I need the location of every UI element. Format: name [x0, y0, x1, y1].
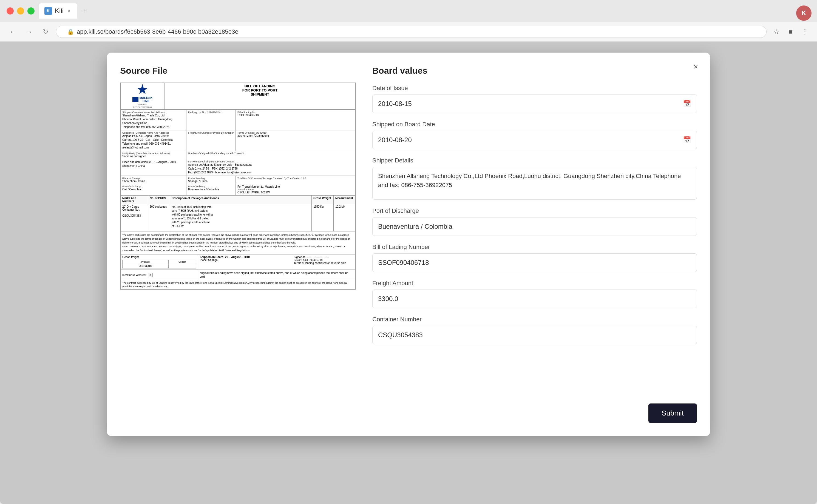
bol-signature: Signature: ……………………	[294, 256, 354, 259]
tab-close-button[interactable]: ×	[66, 8, 72, 14]
bol-consignee-value: Alejead Pc S.A.S - Apdo Postal 28059Carr…	[122, 134, 184, 150]
toolbar-actions: ☆ ■ K ⋮	[771, 26, 810, 37]
bol-freight-charges-label: Freight And Charges Payable By: Shipper	[188, 131, 234, 134]
document-preview: MAERSKLINE MAERSK RFC GHE092502H45 BILL …	[120, 82, 356, 290]
tab-title: Kili	[55, 7, 64, 15]
bol-place-receipt-label: Place of Receipt:	[122, 177, 184, 180]
browser-titlebar: K Kili × +	[0, 0, 817, 22]
reload-button[interactable]: ↻	[39, 26, 52, 38]
bol-port-discharge-value: Cali / Colombia	[122, 188, 184, 191]
submit-button[interactable]: Submit	[649, 403, 697, 423]
bol-measure-header: Measurement	[334, 196, 356, 204]
bol-weight-header: Gross Weight	[312, 196, 334, 204]
shipped-on-board-date-input[interactable]: 2010-08-20 📅	[372, 131, 697, 149]
port-of-discharge-input[interactable]: Buenaventura / Colombia	[372, 217, 697, 236]
container-number-label: Container Number	[372, 316, 697, 323]
port-of-discharge-label: Port of Discharge	[372, 207, 697, 214]
shipped-on-board-date-group: Shipped on Board Date 2010-08-20 📅	[372, 121, 697, 149]
bol-shipper-label: Shipper (Complete Name And Address)	[122, 111, 184, 114]
bol-consignee-label: Consignee (Complete Name And Address)	[122, 131, 184, 134]
tab-favicon: K	[44, 7, 52, 15]
bol-witness-text: original Bills of Lading have been signe…	[198, 270, 355, 280]
shipped-on-board-date-value: 2010-08-20	[378, 136, 412, 144]
source-panel: Source File	[120, 66, 356, 423]
bill-of-lading-number-input[interactable]: SSOF090406718	[372, 253, 697, 272]
lock-icon: 🔒	[67, 28, 74, 35]
address-bar[interactable]: 🔒 app.kili.so/boards/f6c6b563-8e6b-4466-…	[56, 26, 767, 38]
bookmark-icon[interactable]: ☆	[771, 26, 782, 37]
container-number-value: CSQU3054383	[378, 331, 423, 339]
maximize-window-button[interactable]	[27, 7, 35, 15]
bol-delivery-label: Port of Delivery:	[188, 185, 234, 188]
bol-terms-shipper: at shen zhen /Guangdong	[238, 134, 354, 137]
freight-amount-input[interactable]: 3300.0	[372, 290, 697, 308]
bol-place-date: Place and date of issue: 15 – August – 2…	[122, 160, 184, 168]
bol-subtitle: FOR PORT TO PORT	[242, 88, 278, 92]
bol-ref: RFC GHE092502H45	[133, 106, 152, 108]
container-number-input[interactable]: CSQU3054383	[372, 326, 697, 344]
bol-place-shangai: Place: Shangai	[200, 259, 290, 262]
minimize-window-button[interactable]	[17, 7, 24, 15]
calendar-icon[interactable]: 📅	[683, 100, 691, 108]
bol-packing-label: Packing List No.: 219618043-1	[188, 111, 234, 114]
bol-terms-continued: Terms of landing continued on reverse si…	[294, 262, 354, 265]
maersk-label: MAERSK	[138, 103, 147, 106]
url-text: app.kili.so/boards/f6c6b563-8e6b-4466-b9…	[77, 28, 239, 35]
shipper-details-value: Shenzhen Allsheng Technology Co.,Ltd Pho…	[378, 173, 681, 188]
bol-for-release-value: Agencia de Aduanas Siacumex Ltda - Buena…	[188, 163, 354, 174]
witness-whereof-text: In Witness Whereof	[122, 274, 146, 277]
shipped-on-board-date-label: Shipped on Board Date	[372, 121, 697, 128]
bill-of-lading-number-label: Bill of Lading Number	[372, 244, 697, 251]
bol-bolno-value: SSOF090406718	[238, 114, 354, 117]
shipper-details-textarea[interactable]: Shenzhen Allsheng Technology Co.,Ltd Pho…	[372, 167, 697, 200]
bill-of-lading-number-group: Bill of Lading Number SSOF090406718	[372, 244, 697, 272]
tab-bar: K Kili × +	[39, 3, 810, 19]
freight-amount-label: Freight Amount	[372, 280, 697, 287]
bol-notify-label: Notify Party (Complete Name And Address)	[122, 152, 184, 155]
bol-vessel-value: CSCL LE HAVRE / 0029W	[238, 191, 354, 194]
profile-avatar[interactable]: K	[796, 5, 812, 21]
board-values-title: Board values	[372, 66, 697, 76]
bol-legal-text: The above particulars are according to t…	[120, 231, 356, 254]
date-of-issue-input[interactable]: 2010-08-15 📅	[372, 95, 697, 113]
bol-notify-value: Same as consignee	[122, 155, 184, 158]
new-tab-button[interactable]: +	[79, 5, 90, 16]
bol-usd-value: USD 3,300	[122, 264, 168, 268]
bol-marks-value: 20' Dry CargoContainer No.:CSQU3054383	[121, 204, 148, 231]
extensions-icon[interactable]: ■	[785, 26, 796, 37]
date-of-issue-group: Date of Issue 2010-08-15 📅	[372, 85, 697, 113]
calendar-icon-2[interactable]: 📅	[683, 136, 691, 144]
browser-content: × Source File	[0, 42, 817, 504]
date-of-issue-value: 2010-08-15	[378, 100, 412, 108]
close-window-button[interactable]	[7, 7, 14, 15]
bol-pkgs-header: No. of PKGS	[148, 196, 170, 204]
back-button[interactable]: ←	[7, 26, 19, 38]
bol-ocean-freight-label: Ocean freight	[122, 256, 196, 259]
bol-prepaid-label: Prepaid	[122, 260, 168, 264]
freight-amount-value: 3300.0	[378, 295, 398, 303]
bol-bolno-label: Bill of Lading No.:	[238, 111, 354, 114]
modal-close-button[interactable]: ×	[690, 61, 701, 72]
port-of-discharge-value: Buenaventura / Colombia	[378, 223, 452, 230]
bol-delivery-value: Buenaventura / Colombia	[188, 188, 234, 191]
traffic-lights	[7, 7, 35, 15]
bol-legal-final: The contract evidenced by Bill of Landin…	[120, 280, 356, 290]
values-panel: Board values Date of Issue 2010-08-15 📅 …	[372, 66, 697, 423]
bol-shipper-value: Shenzhen Ailisheng Trade Co., Ltd.Phoeni…	[122, 114, 184, 129]
menu-icon[interactable]: ⋮	[799, 26, 810, 37]
bol-collect-label: Collect	[168, 260, 196, 264]
date-of-issue-label: Date of Issue	[372, 85, 697, 92]
bol-pkgs-value: 500 packages	[148, 204, 170, 231]
forward-button[interactable]: →	[23, 26, 35, 38]
shipper-details-group: Shipper Details Shenzhen Allsheng Techno…	[372, 157, 697, 200]
modal-body: Source File	[120, 66, 697, 423]
bol-port-loading-label: Port of Loading:	[188, 177, 234, 180]
bol-marks-header: Marks And Numbers	[121, 196, 148, 204]
browser-toolbar: ← → ↻ 🔒 app.kili.so/boards/f6c6b563-8e6b…	[0, 22, 817, 42]
bol-port-discharge-label: Port of Discharge:	[122, 185, 184, 188]
bol-weight-value: 1650 Kg	[312, 204, 334, 231]
bol-shipped-on-board: Shipped on Board: 20 – August – 2010	[200, 256, 290, 259]
bol-num-originals: Number of Original Bill of Landing Issue…	[188, 152, 354, 155]
browser-tab[interactable]: K Kili ×	[39, 3, 77, 19]
bol-subtitle2: SHIPMENT	[251, 92, 269, 96]
